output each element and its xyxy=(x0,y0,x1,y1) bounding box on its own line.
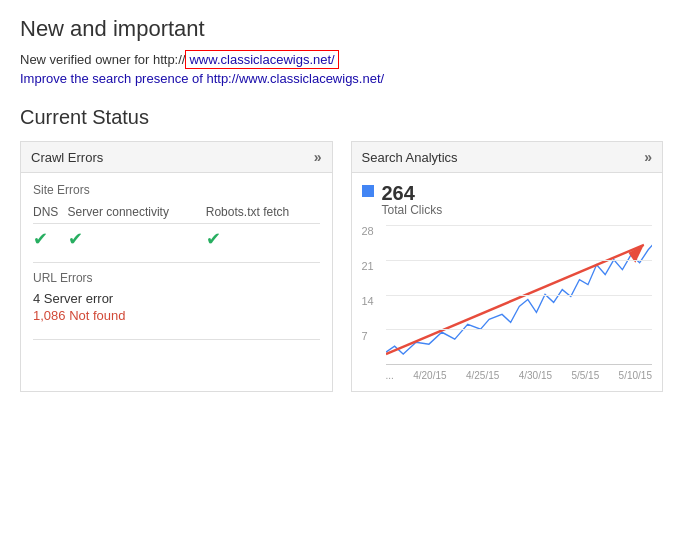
total-clicks-count: 264 xyxy=(382,183,443,203)
chart-y-labels: 28 21 14 7 xyxy=(362,225,384,365)
total-clicks-label: Total Clicks xyxy=(382,203,443,217)
table-row: ✔ ✔ ✔ xyxy=(33,224,320,249)
new-important-section: New and important New verified owner for… xyxy=(20,16,663,86)
chart-draw-area xyxy=(386,225,653,365)
crawl-errors-header[interactable]: Crawl Errors » xyxy=(21,142,332,173)
y-label-21: 21 xyxy=(362,260,384,272)
y-label-7: 7 xyxy=(362,330,384,342)
not-found-item[interactable]: 1,086 Not found xyxy=(33,308,320,323)
site-errors-table: DNS Server connectivity Robots.txt fetch… xyxy=(33,205,320,248)
server-check-icon: ✔ xyxy=(68,229,83,249)
verified-owner-link[interactable]: www.classiclacewigs.net/ xyxy=(185,50,338,69)
dns-check-icon: ✔ xyxy=(33,229,48,249)
current-status-title: Current Status xyxy=(20,106,663,129)
current-status-section: Current Status Crawl Errors » Site Error… xyxy=(20,106,663,392)
col-server-connectivity: Server connectivity xyxy=(68,205,206,224)
search-analytics-title: Search Analytics xyxy=(362,150,458,165)
url-errors-divider xyxy=(33,262,320,263)
trend-arrow-line xyxy=(386,245,644,354)
search-analytics-chevron[interactable]: » xyxy=(644,149,652,165)
grid-line-2 xyxy=(386,295,653,296)
search-analytics-header[interactable]: Search Analytics » xyxy=(352,142,663,173)
x-label-510: 5/10/15 xyxy=(619,370,652,381)
search-analytics-chart: 28 21 14 7 xyxy=(362,225,653,385)
x-label-420: 4/20/15 xyxy=(413,370,446,381)
grid-line-top xyxy=(386,225,653,226)
search-analytics-body: 264 Total Clicks 28 21 14 7 xyxy=(352,173,663,391)
robots-check-icon: ✔ xyxy=(206,229,221,249)
crawl-errors-body: Site Errors DNS Server connectivity Robo… xyxy=(21,173,332,350)
metric-dot-icon xyxy=(362,185,374,197)
x-label-55: 5/5/15 xyxy=(571,370,599,381)
server-error-item[interactable]: 4 Server error xyxy=(33,291,320,306)
bottom-divider xyxy=(33,339,320,340)
verified-owner-prefix: New verified owner for http:// xyxy=(20,52,185,67)
crawl-errors-panel: Crawl Errors » Site Errors DNS Server co… xyxy=(20,141,333,392)
total-clicks-metric: 264 Total Clicks xyxy=(362,183,653,217)
robots-check: ✔ xyxy=(206,224,320,249)
x-label-425: 4/25/15 xyxy=(466,370,499,381)
grid-line-1 xyxy=(386,260,653,261)
new-important-title: New and important xyxy=(20,16,663,42)
improve-search-text[interactable]: Improve the search presence of http://ww… xyxy=(20,71,663,86)
verified-owner-text: New verified owner for http://www.classi… xyxy=(20,52,663,67)
panels-row: Crawl Errors » Site Errors DNS Server co… xyxy=(20,141,663,392)
search-analytics-panel: Search Analytics » 264 Total Clicks 28 xyxy=(351,141,664,392)
chart-x-labels: ... 4/20/15 4/25/15 4/30/15 5/5/15 5/10/… xyxy=(386,365,653,385)
metric-info: 264 Total Clicks xyxy=(382,183,443,217)
col-robots-fetch: Robots.txt fetch xyxy=(206,205,320,224)
grid-line-3 xyxy=(386,329,653,330)
crawl-errors-title: Crawl Errors xyxy=(31,150,103,165)
x-label-430: 4/30/15 xyxy=(519,370,552,381)
crawl-errors-chevron[interactable]: » xyxy=(314,149,322,165)
x-label-dots: ... xyxy=(386,370,394,381)
dns-check: ✔ xyxy=(33,224,68,249)
y-label-28: 28 xyxy=(362,225,384,237)
server-check: ✔ xyxy=(68,224,206,249)
site-errors-label: Site Errors xyxy=(33,183,320,197)
url-errors-label: URL Errors xyxy=(33,271,320,285)
y-label-14: 14 xyxy=(362,295,384,307)
col-dns: DNS xyxy=(33,205,68,224)
